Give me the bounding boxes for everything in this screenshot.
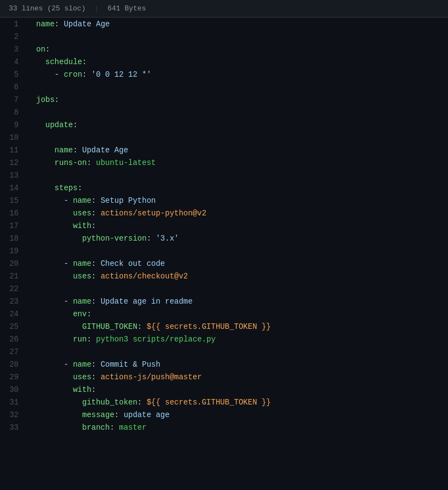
- table-row: 9 update:: [0, 118, 448, 131]
- line-number: 13: [0, 169, 27, 181]
- table-row: 29 uses: actions-js/push@master: [0, 371, 448, 383]
- table-row: 3on:: [0, 43, 448, 55]
- table-row: 15 - name: Setup Python: [0, 194, 448, 207]
- line-content: - name: Check out code: [27, 257, 448, 270]
- line-number: 23: [0, 295, 27, 307]
- line-number: 5: [0, 68, 27, 81]
- line-number: 1: [0, 18, 27, 30]
- line-content: [27, 244, 448, 257]
- line-content: github_token: ${{ secrets.GITHUB_TOKEN }…: [27, 396, 448, 408]
- line-content: with:: [27, 219, 448, 232]
- line-number: 28: [0, 358, 27, 371]
- line-content: [27, 30, 448, 43]
- line-number: 8: [0, 106, 27, 118]
- line-number: 24: [0, 307, 27, 320]
- table-row: 4 schedule:: [0, 55, 448, 68]
- table-row: 13: [0, 169, 448, 181]
- line-number: 16: [0, 207, 27, 219]
- table-row: 1name: Update Age: [0, 18, 448, 30]
- table-row: 23 - name: Update age in readme: [0, 295, 448, 307]
- table-row: 19: [0, 244, 448, 257]
- line-content: branch: master: [27, 421, 448, 434]
- line-number: 11: [0, 144, 27, 156]
- table-row: 25 GITHUB_TOKEN: ${{ secrets.GITHUB_TOKE…: [0, 320, 448, 333]
- line-number: 27: [0, 345, 27, 358]
- line-number: 12: [0, 156, 27, 169]
- line-content: name: Update Age: [27, 144, 448, 156]
- line-content: run: python3 scripts/replace.py: [27, 333, 448, 345]
- line-content: update:: [27, 118, 448, 131]
- table-row: 22: [0, 282, 448, 295]
- line-number: 21: [0, 270, 27, 282]
- table-row: 16 uses: actions/setup-python@v2: [0, 207, 448, 219]
- line-content: message: update age: [27, 408, 448, 421]
- line-number: 14: [0, 181, 27, 194]
- table-row: 12 runs-on: ubuntu-latest: [0, 156, 448, 169]
- line-number: 30: [0, 383, 27, 396]
- table-row: 18 python-version: '3.x': [0, 232, 448, 244]
- line-content: [27, 81, 448, 93]
- table-row: 28 - name: Commit & Push: [0, 358, 448, 371]
- line-number: 20: [0, 257, 27, 270]
- line-number: 2: [0, 30, 27, 43]
- line-content: on:: [27, 43, 448, 55]
- line-content: schedule:: [27, 55, 448, 68]
- line-number: 7: [0, 93, 27, 106]
- line-number: 22: [0, 282, 27, 295]
- code-container: 1name: Update Age2 3on:4 schedule:5 - cr…: [0, 18, 448, 434]
- line-content: runs-on: ubuntu-latest: [27, 156, 448, 169]
- line-content: steps:: [27, 181, 448, 194]
- line-number: 17: [0, 219, 27, 232]
- line-content: name: Update Age: [27, 18, 448, 30]
- line-content: - name: Update age in readme: [27, 295, 448, 307]
- line-content: [27, 345, 448, 358]
- line-content: uses: actions/checkout@v2: [27, 270, 448, 282]
- line-content: jobs:: [27, 93, 448, 106]
- code-table: 1name: Update Age2 3on:4 schedule:5 - cr…: [0, 18, 448, 434]
- line-content: - cron: '0 0 12 12 *': [27, 68, 448, 81]
- line-content: GITHUB_TOKEN: ${{ secrets.GITHUB_TOKEN }…: [27, 320, 448, 333]
- line-content: [27, 169, 448, 181]
- line-number: 26: [0, 333, 27, 345]
- line-number: 33: [0, 421, 27, 434]
- table-row: 8: [0, 106, 448, 118]
- line-number: 29: [0, 371, 27, 383]
- table-row: 6: [0, 81, 448, 93]
- line-content: [27, 106, 448, 118]
- table-row: 32 message: update age: [0, 408, 448, 421]
- line-number: 15: [0, 194, 27, 207]
- line-content: [27, 131, 448, 144]
- line-number: 32: [0, 408, 27, 421]
- line-content: - name: Commit & Push: [27, 358, 448, 371]
- table-row: 33 branch: master: [0, 421, 448, 434]
- table-row: 17 with:: [0, 219, 448, 232]
- line-number: 31: [0, 396, 27, 408]
- line-content: with:: [27, 383, 448, 396]
- lines-count: 33 lines (25 sloc): [9, 4, 85, 13]
- line-content: uses: actions/setup-python@v2: [27, 207, 448, 219]
- line-number: 18: [0, 232, 27, 244]
- line-number: 3: [0, 43, 27, 55]
- table-row: 10: [0, 131, 448, 144]
- table-row: 11 name: Update Age: [0, 144, 448, 156]
- table-row: 30 with:: [0, 383, 448, 396]
- line-number: 4: [0, 55, 27, 68]
- table-row: 5 - cron: '0 0 12 12 *': [0, 68, 448, 81]
- table-row: 7jobs:: [0, 93, 448, 106]
- line-number: 6: [0, 81, 27, 93]
- line-number: 10: [0, 131, 27, 144]
- table-row: 2: [0, 30, 448, 43]
- header-divider: |: [94, 4, 99, 13]
- line-content: - name: Setup Python: [27, 194, 448, 207]
- line-content: uses: actions-js/push@master: [27, 371, 448, 383]
- table-row: 27: [0, 345, 448, 358]
- table-row: 20 - name: Check out code: [0, 257, 448, 270]
- table-row: 26 run: python3 scripts/replace.py: [0, 333, 448, 345]
- line-content: [27, 282, 448, 295]
- line-number: 25: [0, 320, 27, 333]
- line-content: python-version: '3.x': [27, 232, 448, 244]
- line-number: 19: [0, 244, 27, 257]
- table-row: 31 github_token: ${{ secrets.GITHUB_TOKE…: [0, 396, 448, 408]
- line-number: 9: [0, 118, 27, 131]
- line-content: env:: [27, 307, 448, 320]
